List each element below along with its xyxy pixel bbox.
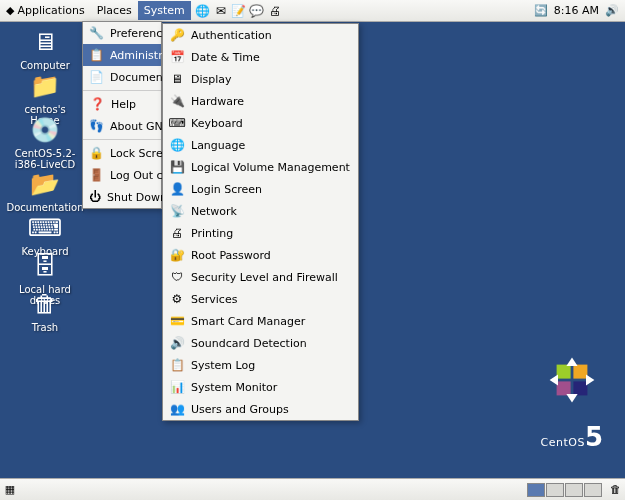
admin-item-soundcard-detection[interactable]: 🔊Soundcard Detection bbox=[163, 332, 358, 354]
trash-applet-icon[interactable]: 🗑 bbox=[610, 483, 621, 496]
admin-item-system-log[interactable]: 📋System Log bbox=[163, 354, 358, 376]
menu-places[interactable]: Places bbox=[91, 1, 138, 20]
browser-icon[interactable]: 🌐 bbox=[195, 3, 211, 19]
menu-item-icon: 🔒 bbox=[89, 145, 104, 161]
svg-rect-3 bbox=[573, 381, 587, 395]
workspace-2[interactable] bbox=[546, 483, 564, 497]
admin-item-icon: 🔑 bbox=[169, 27, 185, 43]
menu-item-log-out-centos-[interactable]: 🚪Log Out centos... bbox=[83, 164, 161, 186]
admin-item-users-and-groups[interactable]: 👥Users and Groups bbox=[163, 398, 358, 420]
admin-item-label: Soundcard Detection bbox=[191, 337, 307, 350]
admin-item-label: Logical Volume Management bbox=[191, 161, 350, 174]
admin-item-icon: 💳 bbox=[169, 313, 185, 329]
desktop-icon-glyph: ⌨ bbox=[29, 212, 61, 244]
admin-item-label: Services bbox=[191, 293, 237, 306]
menu-item-about-gnome[interactable]: 👣About GNOME bbox=[83, 115, 161, 137]
desktop-icon-glyph: 🗄 bbox=[29, 250, 61, 282]
desktop-icon-centos-i-livecd[interactable]: 💿CentOS-5.2-i386-LiveCD bbox=[10, 114, 80, 170]
menu-item-administration[interactable]: 📋Administration▸ bbox=[83, 44, 161, 66]
desktop-icon-glyph: 💿 bbox=[29, 114, 61, 146]
admin-item-security-level-and-firewall[interactable]: 🛡Security Level and Firewall bbox=[163, 266, 358, 288]
menu-item-lock-screen[interactable]: 🔒Lock Screen bbox=[83, 142, 161, 164]
chat-icon[interactable]: 💬 bbox=[249, 3, 265, 19]
admin-item-label: System Monitor bbox=[191, 381, 277, 394]
menu-item-shut-down-[interactable]: ⏻Shut Down... bbox=[83, 186, 161, 208]
menu-system[interactable]: System bbox=[138, 1, 191, 20]
admin-item-label: Smart Card Manager bbox=[191, 315, 305, 328]
admin-item-authentication[interactable]: 🔑Authentication bbox=[163, 24, 358, 46]
editor-icon[interactable]: 📝 bbox=[231, 3, 247, 19]
desktop-icon-label: Trash bbox=[32, 322, 58, 333]
bottom-panel: ▦ 🗑 bbox=[0, 478, 625, 500]
admin-item-icon: 🖥 bbox=[169, 71, 185, 87]
admin-item-hardware[interactable]: 🔌Hardware bbox=[163, 90, 358, 112]
svg-marker-7 bbox=[550, 374, 558, 385]
admin-item-label: Login Screen bbox=[191, 183, 262, 196]
admin-item-label: Authentication bbox=[191, 29, 272, 42]
admin-item-root-password[interactable]: 🔐Root Password bbox=[163, 244, 358, 266]
admin-item-label: Date & Time bbox=[191, 51, 260, 64]
admin-item-icon: 📊 bbox=[169, 379, 185, 395]
admin-item-label: Root Password bbox=[191, 249, 271, 262]
top-panel: ◆ Applications Places System 🌐 ✉ 📝 💬 🖨 🔄… bbox=[0, 0, 625, 22]
desktop-icon-computer[interactable]: 🖥Computer bbox=[10, 26, 80, 71]
workspace-switcher[interactable] bbox=[527, 483, 602, 497]
menu-item-icon: 🔧 bbox=[89, 25, 104, 41]
admin-item-system-monitor[interactable]: 📊System Monitor bbox=[163, 376, 358, 398]
svg-marker-4 bbox=[566, 358, 577, 366]
workspace-3[interactable] bbox=[565, 483, 583, 497]
admin-item-label: Security Level and Firewall bbox=[191, 271, 338, 284]
admin-item-icon: 🔊 bbox=[169, 335, 185, 351]
admin-item-printing[interactable]: 🖨Printing bbox=[163, 222, 358, 244]
admin-item-icon: 🖨 bbox=[169, 225, 185, 241]
show-desktop-icon[interactable]: ▦ bbox=[2, 483, 18, 497]
admin-item-icon: 🌐 bbox=[169, 137, 185, 153]
menu-item-icon: 📋 bbox=[89, 47, 104, 63]
admin-item-language[interactable]: 🌐Language bbox=[163, 134, 358, 156]
admin-item-icon: 📅 bbox=[169, 49, 185, 65]
menu-item-icon: 🚪 bbox=[89, 167, 104, 183]
admin-item-label: Hardware bbox=[191, 95, 244, 108]
admin-item-label: System Log bbox=[191, 359, 255, 372]
admin-item-icon: 🔌 bbox=[169, 93, 185, 109]
admin-item-icon: ⌨ bbox=[169, 115, 185, 131]
admin-item-login-screen[interactable]: 👤Login Screen bbox=[163, 178, 358, 200]
admin-item-network[interactable]: 📡Network bbox=[163, 200, 358, 222]
desktop-icon-trash[interactable]: 🗑Trash bbox=[10, 288, 80, 333]
quick-launch: 🌐 ✉ 📝 💬 🖨 bbox=[195, 3, 283, 19]
admin-item-label: Network bbox=[191, 205, 237, 218]
centos-logo: CentOS5 bbox=[537, 345, 607, 452]
menu-label: Places bbox=[97, 4, 132, 17]
desktop-icon-glyph: 🖥 bbox=[29, 26, 61, 58]
logo-text: CentOS5 bbox=[537, 422, 607, 452]
print-icon[interactable]: 🖨 bbox=[267, 3, 283, 19]
mail-icon[interactable]: ✉ bbox=[213, 3, 229, 19]
desktop-icon-documentation[interactable]: 📂Documentation bbox=[10, 168, 80, 213]
clock[interactable]: 8:16 AM bbox=[554, 4, 599, 17]
svg-rect-0 bbox=[557, 365, 571, 379]
centos-icon: ◆ bbox=[6, 4, 14, 17]
volume-icon[interactable]: 🔊 bbox=[605, 4, 619, 17]
menu-item-preferences[interactable]: 🔧Preferences▸ bbox=[83, 22, 161, 44]
menu-item-help[interactable]: ❓Help bbox=[83, 93, 161, 115]
menu-applications[interactable]: ◆ Applications bbox=[0, 1, 91, 20]
admin-item-services[interactable]: ⚙Services bbox=[163, 288, 358, 310]
admin-item-label: Display bbox=[191, 73, 232, 86]
workspace-1[interactable] bbox=[527, 483, 545, 497]
menu-item-label: Help bbox=[111, 98, 136, 111]
menu-item-icon: ❓ bbox=[89, 96, 105, 112]
svg-marker-6 bbox=[566, 394, 577, 402]
admin-item-date-time[interactable]: 📅Date & Time bbox=[163, 46, 358, 68]
menu-item-icon: 📄 bbox=[89, 69, 104, 85]
admin-item-icon: ⚙ bbox=[169, 291, 185, 307]
admin-item-smart-card-manager[interactable]: 💳Smart Card Manager bbox=[163, 310, 358, 332]
admin-item-display[interactable]: 🖥Display bbox=[163, 68, 358, 90]
menu-item-documentation[interactable]: 📄Documentation▸ bbox=[83, 66, 161, 88]
workspace-4[interactable] bbox=[584, 483, 602, 497]
svg-rect-2 bbox=[557, 381, 571, 395]
update-icon[interactable]: 🔄 bbox=[534, 4, 548, 17]
desktop-icon-glyph: 📂 bbox=[29, 168, 61, 200]
admin-item-keyboard[interactable]: ⌨Keyboard bbox=[163, 112, 358, 134]
admin-item-logical-volume-management[interactable]: 💾Logical Volume Management bbox=[163, 156, 358, 178]
menu-label: System bbox=[144, 4, 185, 17]
